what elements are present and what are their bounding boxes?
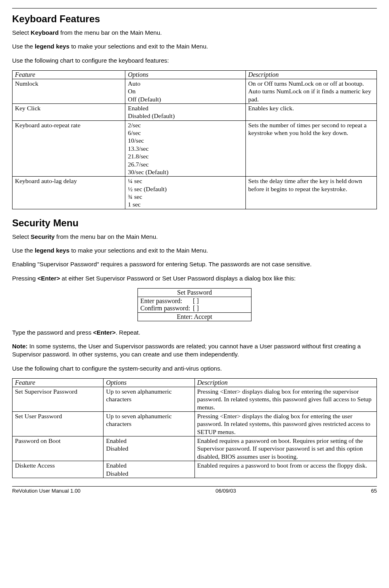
cell-description: On or Off turns NumLock on or off at boo…	[245, 79, 376, 103]
cell-options: EnabledDisabled	[104, 436, 194, 461]
text: Select	[12, 233, 31, 240]
col-options: Options	[104, 378, 194, 387]
option-line: Disabled (Default)	[128, 112, 243, 120]
col-feature: Feature	[13, 70, 125, 79]
table-row: Password on BootEnabledDisabledEnabled r…	[13, 436, 377, 461]
page-footer: ReVolution User Manual 1.00 06/09/03 65	[12, 486, 377, 494]
page-top-rule	[12, 8, 377, 8]
table-row: Keyboard auto-lag delay¼ sec½ sec (Defau…	[13, 177, 377, 209]
option-line: ¾ sec	[128, 193, 243, 200]
cell-options: 2/sec6/sec10/sec13.3/sec21.8/sec26.7/sec…	[125, 120, 245, 177]
dialog-label: Enter password:	[140, 297, 193, 305]
text: from the menu bar on the Main Menu.	[55, 233, 158, 240]
col-options: Options	[125, 70, 245, 79]
option-line: Enabled	[128, 104, 243, 112]
note-text: In some systems, the User and Supervisor…	[12, 343, 361, 358]
cell-feature: Keyboard auto-lag delay	[13, 177, 125, 209]
paragraph: Pressing <Enter> at either Set Superviso…	[12, 274, 377, 282]
dialog-row: Enter password: [ ]	[140, 297, 249, 305]
option-line: 2/sec	[128, 121, 243, 129]
cell-feature: Set Supervisor Password	[13, 387, 104, 411]
cell-feature: Key Click	[13, 103, 125, 120]
footer-left: ReVolution User Manual 1.00	[12, 488, 80, 494]
col-feature: Feature	[13, 378, 104, 387]
keyboard-features-table: Feature Options Description NumlockAutoO…	[12, 70, 377, 209]
option-line: Enabled	[106, 462, 192, 469]
paragraph: Select Security from the menu bar on the…	[12, 233, 377, 241]
note-label: Note:	[12, 343, 27, 350]
table-row: Set Supervisor PasswordUp to seven alpha…	[13, 387, 377, 411]
option-line: Disabled	[106, 445, 192, 452]
cell-options: ¼ sec½ sec (Default)¾ sec1 sec	[125, 177, 245, 209]
table-row: Set User PasswordUp to seven alphanumeri…	[13, 411, 377, 436]
option-line: 21.8/sec	[128, 152, 243, 160]
paragraph: Enabling "Supervisor Password" requires …	[12, 260, 377, 268]
option-line: Disabled	[106, 470, 192, 477]
text: to make your selections and exit to the …	[70, 43, 208, 50]
heading-security-menu: Security Menu	[12, 217, 377, 229]
cell-description: Sets the delay time after the key is hel…	[245, 177, 376, 209]
text: Pressing	[12, 275, 38, 282]
text-bold: <Enter>	[93, 329, 116, 336]
dialog-title: Set Password	[138, 289, 251, 297]
text-bold: <Enter>	[38, 275, 60, 282]
table-row: Key ClickEnabledDisabled (Default)Enable…	[13, 103, 377, 120]
heading-keyboard-features: Keyboard Features	[12, 13, 377, 25]
paragraph: Use the following chart to configure the…	[12, 57, 377, 65]
text: at either Set Supervisor Password or Set…	[60, 275, 296, 282]
option-line: 30/sec (Default)	[128, 168, 243, 176]
cell-feature: Keyboard auto-repeat rate	[13, 120, 125, 177]
option-line: ½ sec (Default)	[128, 185, 243, 193]
option-line: 6/sec	[128, 129, 243, 137]
paragraph: Select Keyboard from the menu bar on the…	[12, 29, 377, 37]
cell-options: Up to seven alphanumeric characters	[104, 411, 194, 436]
note-paragraph: Note: In some systems, the User and Supe…	[12, 342, 377, 359]
dialog-label: Confirm password:	[140, 305, 193, 312]
footer-right: 65	[371, 488, 377, 494]
table-row: Keyboard auto-repeat rate2/sec6/sec10/se…	[13, 120, 377, 177]
cell-description: Enabled requires a password to boot from…	[194, 461, 377, 478]
option-line: 13.3/sec	[128, 145, 243, 152]
dialog-row: Confirm password: [ ]	[140, 305, 249, 312]
dialog-field: [ ]	[193, 305, 199, 312]
option-line: Up to seven alphanumeric characters	[106, 412, 192, 428]
paragraph: Use the following chart to configure the…	[12, 365, 377, 373]
cell-feature: Set User Password	[13, 411, 104, 436]
paragraph: Type the password and press <Enter>. Rep…	[12, 329, 377, 337]
option-line: 1 sec	[128, 200, 243, 208]
table-row: Diskette AccessEnabledDisabledEnabled re…	[13, 461, 377, 478]
security-options-table: Feature Options Description Set Supervis…	[12, 378, 377, 478]
text: Use the	[12, 43, 35, 50]
cell-description: Sets the number of times per second to r…	[245, 120, 376, 177]
col-description: Description	[194, 378, 377, 387]
text: . Repeat.	[116, 329, 140, 336]
option-line: 26.7/sec	[128, 160, 243, 168]
text: to make your selections and exit to the …	[70, 247, 208, 254]
option-line: On	[128, 87, 243, 95]
dialog-footer: Enter: Accept	[138, 313, 251, 321]
cell-description: Pressing <Enter> displays dialog box for…	[194, 387, 377, 411]
option-line: Off (Default)	[128, 95, 243, 103]
option-line: ¼ sec	[128, 177, 243, 185]
dialog-field: [ ]	[193, 297, 199, 305]
footer-center: 06/09/03	[216, 488, 236, 494]
paragraph: Use the legend keys to make your selecti…	[12, 42, 377, 51]
cell-options: EnabledDisabled (Default)	[125, 103, 245, 120]
text: from the menu bar on the Main Menu.	[59, 29, 162, 36]
text: Use the	[12, 247, 35, 254]
option-line: 10/sec	[128, 137, 243, 144]
option-line: Auto	[128, 80, 243, 87]
cell-options: AutoOnOff (Default)	[125, 79, 245, 103]
cell-description: Pressing <Enter> displays the dialog box…	[194, 411, 377, 436]
cell-description: Enabled requires a password on boot. Req…	[194, 436, 377, 461]
set-password-dialog: Set Password Enter password: [ ] Confirm…	[137, 288, 252, 321]
cell-feature: Password on Boot	[13, 436, 104, 461]
option-line: Up to seven alphanumeric characters	[106, 388, 192, 403]
dialog-body: Enter password: [ ] Confirm password: [ …	[138, 297, 251, 313]
table-row: NumlockAutoOnOff (Default)On or Off turn…	[13, 79, 377, 103]
paragraph: Use the legend keys to make your selecti…	[12, 247, 377, 255]
col-description: Description	[245, 70, 376, 79]
text-bold: Keyboard	[31, 29, 59, 36]
table-header-row: Feature Options Description	[13, 378, 377, 387]
table-header-row: Feature Options Description	[13, 70, 377, 79]
